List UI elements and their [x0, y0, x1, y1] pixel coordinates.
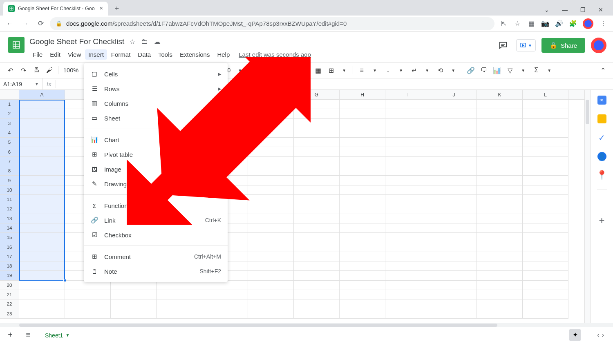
cell[interactable] — [523, 223, 568, 233]
cell[interactable] — [340, 214, 385, 223]
row-header[interactable]: 11 — [0, 195, 19, 204]
merge-dropdown-icon[interactable]: ▼ — [338, 64, 350, 76]
cell[interactable] — [294, 138, 340, 147]
cell[interactable] — [340, 233, 385, 242]
cell[interactable] — [385, 281, 431, 290]
row-header[interactable]: 8 — [0, 166, 19, 176]
menu-item-note[interactable]: 🗒NoteShift+F2 — [84, 264, 228, 279]
cell[interactable] — [248, 176, 294, 185]
cell[interactable] — [477, 299, 523, 309]
menu-item-rows[interactable]: ☰Rows▶ — [84, 81, 228, 96]
cell[interactable] — [431, 233, 477, 242]
cell[interactable] — [248, 119, 294, 128]
cell[interactable] — [294, 233, 340, 242]
cell[interactable] — [523, 271, 568, 280]
cell[interactable] — [385, 233, 431, 242]
cell[interactable] — [19, 185, 65, 195]
minimize-icon[interactable]: ― — [558, 7, 571, 13]
cell[interactable] — [431, 223, 477, 233]
cell[interactable] — [294, 271, 340, 280]
cell[interactable] — [340, 147, 385, 156]
cell[interactable] — [248, 261, 294, 271]
cell[interactable] — [431, 281, 477, 290]
cell[interactable] — [385, 252, 431, 261]
functions-icon[interactable]: Σ — [530, 64, 542, 76]
column-header[interactable]: L — [523, 90, 568, 99]
cell[interactable] — [431, 128, 477, 138]
cell[interactable] — [385, 290, 431, 299]
cell[interactable] — [248, 195, 294, 204]
row-header[interactable]: 17 — [0, 252, 19, 261]
cell[interactable] — [477, 281, 523, 290]
cell[interactable] — [340, 166, 385, 176]
cell[interactable] — [431, 204, 477, 214]
row-header[interactable]: 20 — [0, 281, 19, 290]
cell[interactable] — [431, 252, 477, 261]
vertical-scrollbar[interactable] — [584, 90, 590, 323]
star-doc-icon[interactable]: ☆ — [129, 38, 135, 46]
cell[interactable] — [65, 309, 111, 319]
cell[interactable] — [477, 100, 523, 109]
cell[interactable] — [523, 204, 568, 214]
rotate-dropdown[interactable]: ▼ — [447, 64, 459, 76]
cell[interactable] — [523, 128, 568, 138]
cell[interactable] — [19, 261, 65, 271]
cell[interactable] — [111, 281, 157, 290]
print-icon[interactable]: 🖶 — [30, 64, 43, 76]
account-avatar[interactable] — [591, 38, 606, 53]
cell[interactable] — [294, 261, 340, 271]
add-sheet-button[interactable]: + — [3, 328, 17, 342]
cell[interactable] — [248, 299, 294, 309]
menu-item-link[interactable]: 🔗LinkCtrl+K — [84, 213, 228, 228]
cell[interactable] — [294, 166, 340, 176]
present-button[interactable]: ▼ — [516, 39, 536, 51]
cell[interactable] — [340, 309, 385, 319]
back-button[interactable]: ← — [3, 17, 16, 30]
cell[interactable] — [248, 109, 294, 118]
menu-item-comment[interactable]: ⊞CommentCtrl+Alt+M — [84, 249, 228, 264]
v-align-icon[interactable]: ↓ — [382, 64, 394, 76]
row-header[interactable]: 4 — [0, 128, 19, 138]
cell[interactable] — [19, 204, 65, 214]
column-header[interactable]: I — [385, 90, 431, 99]
cell[interactable] — [385, 204, 431, 214]
menu-item-pivot-table[interactable]: ⊞Pivot table — [84, 147, 228, 162]
h-align-dropdown[interactable]: ▼ — [369, 64, 381, 76]
cell[interactable] — [385, 261, 431, 271]
row-header[interactable]: 12 — [0, 204, 19, 214]
close-window-icon[interactable]: ✕ — [594, 7, 607, 13]
cell[interactable] — [477, 195, 523, 204]
cell[interactable] — [248, 128, 294, 138]
cell[interactable] — [340, 290, 385, 299]
cell[interactable] — [19, 109, 65, 118]
sheets-logo[interactable] — [8, 37, 25, 53]
cell[interactable] — [19, 138, 65, 147]
menu-edit[interactable]: Edit — [47, 49, 64, 60]
cell[interactable] — [202, 281, 248, 290]
cell[interactable] — [340, 138, 385, 147]
cell[interactable] — [248, 290, 294, 299]
cell[interactable] — [248, 204, 294, 214]
cell[interactable] — [65, 299, 111, 309]
menu-item-sheet[interactable]: ▭SheetShift — [84, 111, 228, 125]
cell[interactable] — [431, 100, 477, 109]
menu-item-cells[interactable]: ▢Cells▶ — [84, 67, 228, 81]
cell[interactable] — [19, 176, 65, 185]
cell[interactable] — [248, 100, 294, 109]
row-header[interactable]: 3 — [0, 119, 19, 128]
cell[interactable] — [477, 166, 523, 176]
contacts-icon[interactable]: 👤 — [597, 152, 606, 161]
filter-dropdown[interactable]: ▼ — [517, 64, 529, 76]
cell[interactable] — [294, 309, 340, 319]
menu-file[interactable]: File — [29, 49, 46, 60]
cell[interactable] — [477, 176, 523, 185]
cell[interactable] — [19, 147, 65, 156]
side-panel-collapse-icon[interactable]: › — [602, 331, 604, 339]
cell[interactable] — [340, 157, 385, 166]
cell[interactable] — [294, 100, 340, 109]
cell[interactable] — [523, 138, 568, 147]
side-panel-left-icon[interactable]: ‹ — [597, 331, 599, 339]
profile-icon[interactable] — [583, 18, 593, 29]
wrap-dropdown[interactable]: ▼ — [421, 64, 433, 76]
cell[interactable] — [340, 242, 385, 252]
